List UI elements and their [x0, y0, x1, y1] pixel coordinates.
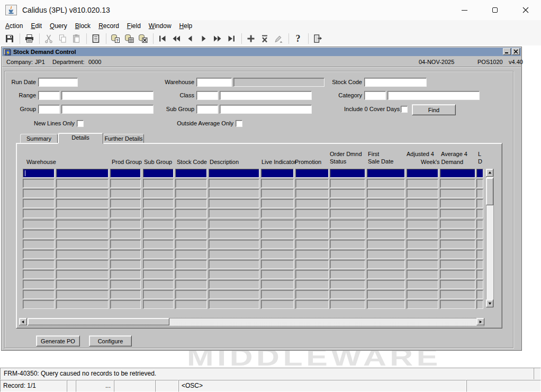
grid-cell-r6-c4[interactable]	[143, 220, 174, 229]
grid-cell-r4-c12[interactable]	[440, 199, 475, 208]
grid-cell-r9-c4[interactable]	[143, 250, 174, 259]
grid-cell-r12-c9[interactable]	[330, 280, 365, 289]
scroll-down-button[interactable]	[486, 299, 493, 307]
grid-cell-r7-c4[interactable]	[143, 230, 174, 239]
category-description-input[interactable]	[387, 91, 480, 100]
enter-query-icon[interactable]: ?	[110, 33, 121, 44]
new-lines-only-checkbox[interactable]	[77, 120, 84, 127]
grid-cell-r13-c11[interactable]	[407, 290, 438, 299]
next-block-icon[interactable]	[212, 33, 223, 44]
tab-further-details[interactable]: Further Details	[103, 134, 144, 143]
menu-edit[interactable]: Edit	[28, 21, 45, 31]
warehouse-input[interactable]	[196, 78, 232, 87]
cancel-query-icon[interactable]	[138, 33, 148, 44]
grid-cell-r5-c11[interactable]	[407, 209, 438, 218]
grid-cell-r10-c11[interactable]	[407, 260, 438, 269]
grid-cell-r8-c1[interactable]	[23, 240, 55, 249]
close-button[interactable]	[510, 0, 541, 20]
grid-cell-r4-c4[interactable]	[143, 199, 174, 208]
grid-cell-r14-c8[interactable]	[295, 300, 329, 309]
menu-action[interactable]: Action	[2, 21, 26, 31]
tab-summary[interactable]: Summary	[20, 134, 58, 143]
delete-record-icon[interactable]	[259, 33, 270, 44]
grid-cell-r11-c12[interactable]	[440, 270, 475, 279]
grid-cell-r9-c3[interactable]	[110, 250, 141, 259]
grid-cell-r5-c9[interactable]	[330, 209, 365, 218]
tab-details[interactable]: Details	[58, 133, 103, 144]
grid-cell-r1-c10[interactable]	[367, 169, 405, 178]
grid-cell-r12-c11[interactable]	[407, 280, 438, 289]
grid-cell-r11-c11[interactable]	[407, 270, 438, 279]
grid-cell-r13-c1[interactable]	[23, 290, 55, 299]
grid-cell-r10-c2[interactable]	[56, 260, 109, 269]
grid-cell-r1-c11[interactable]	[407, 169, 438, 178]
grid-cell-r1-c9[interactable]	[330, 169, 365, 178]
grid-cell-r2-c5[interactable]	[175, 179, 207, 188]
grid-cell-r11-c1[interactable]	[23, 270, 55, 279]
find-button[interactable]: Find	[412, 104, 456, 115]
vertical-scroll-thumb[interactable]	[486, 178, 493, 205]
grid-cell-r12-c2[interactable]	[56, 280, 109, 289]
range-description-input[interactable]	[61, 91, 154, 100]
grid-cell-r6-c10[interactable]	[367, 220, 405, 229]
grid-cell-r12-c4[interactable]	[143, 280, 174, 289]
grid-cell-r6-c8[interactable]	[295, 220, 329, 229]
grid-cell-r5-c3[interactable]	[110, 209, 141, 218]
grid-cell-r6-c1[interactable]	[23, 220, 55, 229]
minimize-button[interactable]	[449, 0, 480, 20]
grid-cell-r4-c8[interactable]	[295, 199, 329, 208]
grid-cell-r10-c5[interactable]	[175, 260, 207, 269]
grid-cell-r1-c6[interactable]	[209, 169, 259, 178]
grid-cell-r5-c4[interactable]	[143, 209, 174, 218]
grid-cell-r11-c2[interactable]	[56, 270, 109, 279]
category-input[interactable]	[364, 91, 386, 100]
grid-cell-r7-c2[interactable]	[56, 230, 109, 239]
grid-cell-r7-c5[interactable]	[175, 230, 207, 239]
grid-cell-r14-c13[interactable]	[476, 300, 483, 309]
grid-cell-r13-c2[interactable]	[56, 290, 109, 299]
mdi-close-button[interactable]	[512, 48, 520, 55]
grid-cell-r9-c12[interactable]	[440, 250, 475, 259]
grid-cell-r5-c12[interactable]	[440, 209, 475, 218]
class-input[interactable]	[196, 91, 218, 100]
grid-cell-r5-c5[interactable]	[175, 209, 207, 218]
grid-cell-r3-c9[interactable]	[330, 189, 365, 198]
class-description-input[interactable]	[220, 91, 312, 100]
grid-cell-r9-c7[interactable]	[261, 250, 294, 259]
grid-cell-r11-c9[interactable]	[330, 270, 365, 279]
grid-cell-r13-c8[interactable]	[295, 290, 329, 299]
grid-cell-r7-c9[interactable]	[330, 230, 365, 239]
grid-cell-r13-c4[interactable]	[143, 290, 174, 299]
grid-cell-r10-c7[interactable]	[261, 260, 294, 269]
grid-cell-r1-c4[interactable]	[143, 169, 174, 178]
grid-cell-r4-c11[interactable]	[407, 199, 438, 208]
grid-cell-r8-c12[interactable]	[440, 240, 475, 249]
grid-cell-r12-c13[interactable]	[476, 280, 483, 289]
grid-cell-r3-c7[interactable]	[261, 189, 294, 198]
grid-cell-r4-c13[interactable]	[476, 199, 483, 208]
run-date-input[interactable]	[38, 78, 78, 87]
group-input[interactable]	[38, 105, 60, 114]
grid-cell-r14-c10[interactable]	[367, 300, 405, 309]
grid-cell-r10-c6[interactable]	[209, 260, 259, 269]
grid-cell-r11-c4[interactable]	[143, 270, 174, 279]
grid-cell-r4-c10[interactable]	[367, 199, 405, 208]
scroll-left-button[interactable]	[19, 318, 27, 325]
grid-cell-r2-c13[interactable]	[476, 179, 483, 188]
grid-cell-r1-c13[interactable]	[476, 169, 483, 178]
grid-cell-r12-c1[interactable]	[23, 280, 55, 289]
grid-cell-r11-c10[interactable]	[367, 270, 405, 279]
grid-cell-r14-c5[interactable]	[175, 300, 207, 309]
grid-cell-r3-c6[interactable]	[209, 189, 259, 198]
grid-cell-r9-c6[interactable]	[209, 250, 259, 259]
grid-cell-r12-c7[interactable]	[261, 280, 294, 289]
grid-cell-r3-c1[interactable]	[23, 189, 55, 198]
grid-cell-r9-c9[interactable]	[330, 250, 365, 259]
grid-cell-r8-c8[interactable]	[295, 240, 329, 249]
grid-cell-r12-c3[interactable]	[110, 280, 141, 289]
menu-query[interactable]: Query	[47, 21, 70, 31]
grid-cell-r10-c12[interactable]	[440, 260, 475, 269]
grid-cell-r6-c3[interactable]	[110, 220, 141, 229]
grid-cell-r5-c2[interactable]	[56, 209, 109, 218]
grid-cell-r9-c1[interactable]	[23, 250, 55, 259]
